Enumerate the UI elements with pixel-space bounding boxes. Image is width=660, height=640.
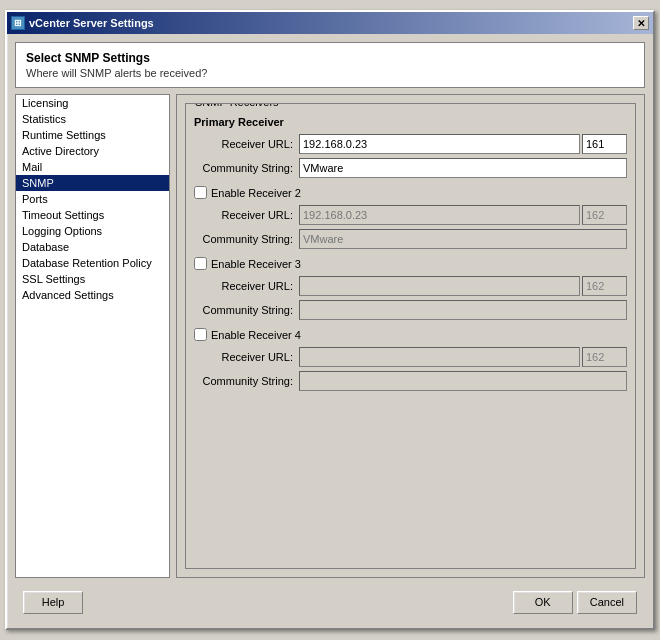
receiver3-checkbox[interactable] [194,257,207,270]
receiver3-section: Enable Receiver 3 Receiver URL: Communit… [194,257,627,320]
window-icon: ⊞ [11,16,25,30]
receiver4-enable-row: Enable Receiver 4 [194,328,627,341]
receiver2-enable-row: Enable Receiver 2 [194,186,627,199]
receiver4-community-row: Community String: [194,371,627,391]
receiver4-url-row: Receiver URL: [194,347,627,367]
primary-community-label: Community String: [194,162,299,174]
sidebar-item-timeout-settings[interactable]: Timeout Settings [16,207,169,223]
header-subtitle: Where will SNMP alerts be received? [26,67,634,79]
receiver4-url-input[interactable] [299,347,580,367]
footer: Help OK Cancel [15,584,645,620]
group-box-title: SNMP Receivers [192,103,282,108]
receiver4-community-label: Community String: [194,375,299,387]
sidebar: LicensingStatisticsRuntime SettingsActiv… [15,94,170,578]
sidebar-item-snmp[interactable]: SNMP [16,175,169,191]
primary-port-input[interactable] [582,134,627,154]
cancel-button[interactable]: Cancel [577,591,637,614]
sidebar-item-licensing[interactable]: Licensing [16,95,169,111]
receiver4-section: Enable Receiver 4 Receiver URL: Communit… [194,328,627,391]
receiver2-port-input[interactable] [582,205,627,225]
primary-community-input[interactable] [299,158,627,178]
receiver3-url-input[interactable] [299,276,580,296]
snmp-group-box: SNMP Receivers Primary Receiver Receiver… [185,103,636,569]
sidebar-item-database-retention-policy[interactable]: Database Retention Policy [16,255,169,271]
sidebar-item-runtime-settings[interactable]: Runtime Settings [16,127,169,143]
primary-receiver-title: Primary Receiver [194,116,627,128]
receiver2-url-row: Receiver URL: [194,205,627,225]
primary-url-input[interactable] [299,134,580,154]
footer-right: OK Cancel [513,591,637,614]
sidebar-item-advanced-settings[interactable]: Advanced Settings [16,287,169,303]
receiver3-url-row: Receiver URL: [194,276,627,296]
receiver2-community-row: Community String: [194,229,627,249]
receiver2-url-label: Receiver URL: [194,209,299,221]
receiver2-community-input[interactable] [299,229,627,249]
sidebar-item-active-directory[interactable]: Active Directory [16,143,169,159]
receiver2-section: Enable Receiver 2 Receiver URL: Communit… [194,186,627,249]
receiver3-community-input[interactable] [299,300,627,320]
receiver2-enable-label: Enable Receiver 2 [211,187,301,199]
content-area: LicensingStatisticsRuntime SettingsActiv… [15,94,645,578]
help-button[interactable]: Help [23,591,83,614]
receiver2-checkbox[interactable] [194,186,207,199]
sidebar-item-ports[interactable]: Ports [16,191,169,207]
main-window: ⊞ vCenter Server Settings ✕ Select SNMP … [5,10,655,630]
window-title: vCenter Server Settings [29,17,154,29]
title-bar: ⊞ vCenter Server Settings ✕ [7,12,653,34]
receiver4-enable-label: Enable Receiver 4 [211,329,301,341]
receiver3-community-row: Community String: [194,300,627,320]
sidebar-item-logging-options[interactable]: Logging Options [16,223,169,239]
sidebar-item-ssl-settings[interactable]: SSL Settings [16,271,169,287]
receiver3-url-label: Receiver URL: [194,280,299,292]
group-content: Primary Receiver Receiver URL: Community… [186,108,635,403]
primary-url-row: Receiver URL: [194,134,627,154]
receiver3-enable-label: Enable Receiver 3 [211,258,301,270]
sidebar-item-mail[interactable]: Mail [16,159,169,175]
primary-url-label: Receiver URL: [194,138,299,150]
receiver3-enable-row: Enable Receiver 3 [194,257,627,270]
primary-receiver-section: Primary Receiver Receiver URL: Community… [194,116,627,178]
main-panel: SNMP Receivers Primary Receiver Receiver… [176,94,645,578]
close-button[interactable]: ✕ [633,16,649,30]
receiver2-community-label: Community String: [194,233,299,245]
receiver2-url-input[interactable] [299,205,580,225]
header-title: Select SNMP Settings [26,51,634,65]
sidebar-item-database[interactable]: Database [16,239,169,255]
header-section: Select SNMP Settings Where will SNMP ale… [15,42,645,88]
receiver4-community-input[interactable] [299,371,627,391]
window-body: Select SNMP Settings Where will SNMP ale… [7,34,653,628]
receiver4-port-input[interactable] [582,347,627,367]
sidebar-item-statistics[interactable]: Statistics [16,111,169,127]
ok-button[interactable]: OK [513,591,573,614]
receiver4-url-label: Receiver URL: [194,351,299,363]
receiver3-port-input[interactable] [582,276,627,296]
receiver4-checkbox[interactable] [194,328,207,341]
primary-community-row: Community String: [194,158,627,178]
receiver3-community-label: Community String: [194,304,299,316]
